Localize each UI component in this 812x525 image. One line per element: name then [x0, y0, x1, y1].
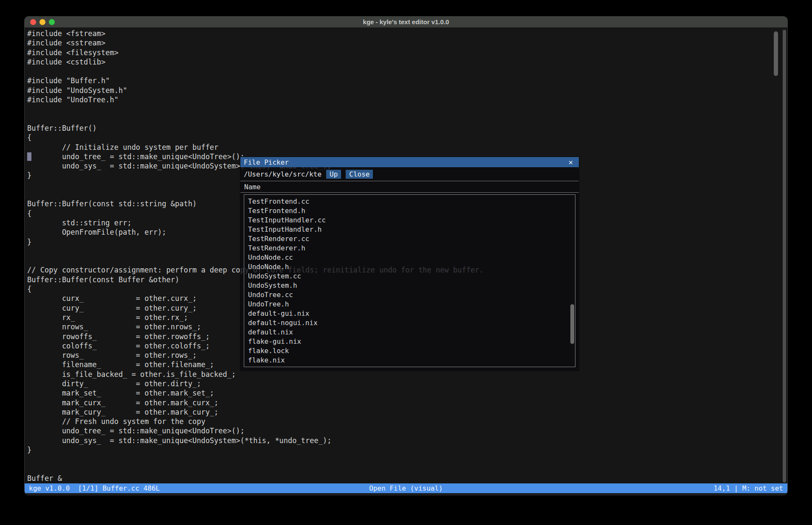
file-list-item[interactable]: flake.nix — [248, 356, 575, 365]
file-list-item[interactable]: TestFrontend.cc — [248, 197, 575, 206]
code-line: // Initialize undo system per buffer — [27, 143, 787, 152]
code-line — [27, 465, 787, 474]
file-list-item[interactable]: UndoNode.cc — [248, 253, 575, 262]
code-line: undo_sys_ = std::make_unique<UndoSystem>… — [27, 436, 787, 446]
file-list-item[interactable]: UndoSystem.cc — [248, 272, 575, 281]
file-list-item[interactable]: UndoTree.cc — [248, 290, 575, 300]
desktop: kge - kyle's text editor v1.0.0 #include… — [0, 0, 812, 525]
code-line: Buffer & — [27, 474, 787, 483]
current-path: /Users/kyle/src/kte — [244, 170, 321, 178]
file-list: TestFrontend.ccTestFrontend.hTestInputHa… — [244, 194, 575, 367]
file-list-item[interactable]: UndoSystem.h — [248, 281, 575, 290]
status-bar: Open File (visual) kge v1.0.0 [1/1] Buff… — [25, 483, 787, 493]
file-list-item[interactable]: TestRenderer.h — [248, 244, 575, 253]
file-list-item[interactable]: flake-gui.nix — [248, 337, 575, 346]
file-list-item[interactable]: TestInputHandler.h — [248, 225, 575, 234]
name-column-header: Name — [240, 181, 579, 192]
close-icon[interactable]: ✕ — [569, 159, 573, 166]
code-line: #include "Buffer.h" — [27, 76, 787, 86]
code-line: undo_tree_ = std::make_unique<UndoTree>(… — [27, 427, 787, 436]
code-line: #include "UndoTree.h" — [27, 95, 787, 105]
header-divider — [240, 192, 579, 193]
minimize-window-icon[interactable] — [39, 19, 45, 25]
code-line: // Fresh undo system for the copy — [27, 417, 787, 427]
close-window-icon[interactable] — [30, 19, 36, 25]
code-line: #include <fstream> — [27, 29, 787, 39]
file-list-item[interactable]: TestRenderer.cc — [248, 234, 575, 244]
status-file-info: kge v1.0.0 [1/1] Buffer.cc 486L — [29, 484, 160, 492]
code-line: { — [27, 133, 787, 143]
file-list-item[interactable]: default.nix — [248, 328, 575, 337]
code-line — [27, 455, 787, 464]
file-list-item[interactable]: UndoTree.h — [248, 300, 575, 309]
editor-scrollbar-thumb[interactable] — [774, 31, 778, 76]
file-picker-title: File Picker — [244, 158, 289, 166]
code-line: mark_curx_ = other.mark_curx_; — [27, 399, 787, 408]
editor-window: kge - kyle's text editor v1.0.0 #include… — [24, 16, 788, 495]
code-line: Buffer::Buffer() — [27, 124, 787, 133]
window-titlebar[interactable]: kge - kyle's text editor v1.0.0 — [25, 17, 787, 28]
code-line: } — [27, 446, 787, 455]
file-picker-dialog: File Picker ✕ /Users/kyle/src/kte Up Clo… — [240, 157, 579, 371]
code-line: #include "UndoSystem.h" — [27, 86, 787, 95]
file-list-item[interactable]: UndoNode.h — [248, 262, 575, 272]
status-cursor-position: 14,1 | M: not set — [713, 484, 783, 492]
code-line — [27, 67, 787, 76]
editor-scrollbar-track[interactable] — [783, 30, 786, 483]
zoom-window-icon[interactable] — [49, 19, 55, 25]
file-picker-toolbar: /Users/kyle/src/kte Up Close — [240, 167, 579, 181]
code-line: #include <filesystem> — [27, 48, 787, 58]
code-line: dirty_ = other.dirty_; — [27, 379, 787, 389]
file-picker-titlebar[interactable]: File Picker ✕ — [240, 157, 579, 167]
window-title: kge - kyle's text editor v1.0.0 — [363, 18, 449, 25]
file-list-item[interactable]: default-nogui.nix — [248, 318, 575, 328]
code-editor[interactable]: #include <fstream>#include <sstream>#inc… — [25, 28, 787, 483]
code-line: #include <cstdlib> — [27, 58, 787, 67]
file-list-item[interactable]: default-gui.nix — [248, 309, 575, 318]
file-list-item[interactable]: TestFrontend.h — [248, 206, 575, 216]
file-list-item[interactable]: flake.lock — [248, 346, 575, 356]
text-cursor — [27, 152, 31, 161]
code-line: is_file_backed_ = other.is_file_backed_; — [27, 370, 787, 379]
file-list-item[interactable]: TestInputHandler.cc — [248, 216, 575, 225]
code-line: mark_cury_ = other.mark_cury_; — [27, 408, 787, 417]
close-button[interactable]: Close — [346, 170, 373, 179]
code-line — [27, 115, 787, 124]
code-line: #include <sstream> — [27, 39, 787, 48]
up-button[interactable]: Up — [326, 170, 341, 179]
file-list-scrollbar-thumb[interactable] — [570, 304, 574, 344]
traffic-lights — [30, 19, 55, 25]
code-line — [27, 105, 787, 114]
code-line: mark_set_ = other.mark_set_; — [27, 389, 787, 398]
file-list-items: TestFrontend.ccTestFrontend.hTestInputHa… — [248, 197, 575, 365]
